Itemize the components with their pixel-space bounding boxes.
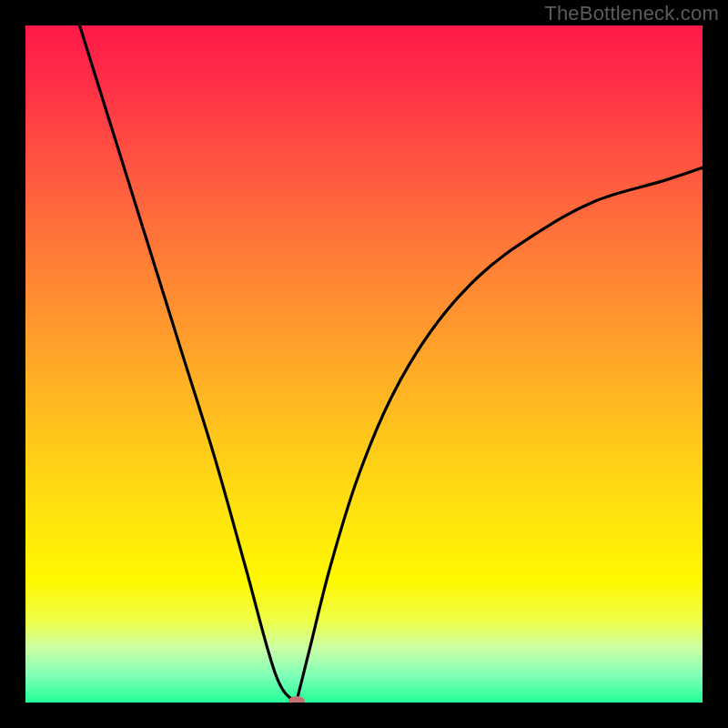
curve-layer [25, 25, 703, 703]
vertex-marker [288, 696, 305, 703]
curve-left-branch [80, 25, 297, 703]
watermark-text: TheBottleneck.com [544, 2, 719, 25]
plot-area [25, 25, 703, 703]
curve-right-branch [297, 167, 703, 703]
chart-container: TheBottleneck.com [0, 0, 728, 728]
